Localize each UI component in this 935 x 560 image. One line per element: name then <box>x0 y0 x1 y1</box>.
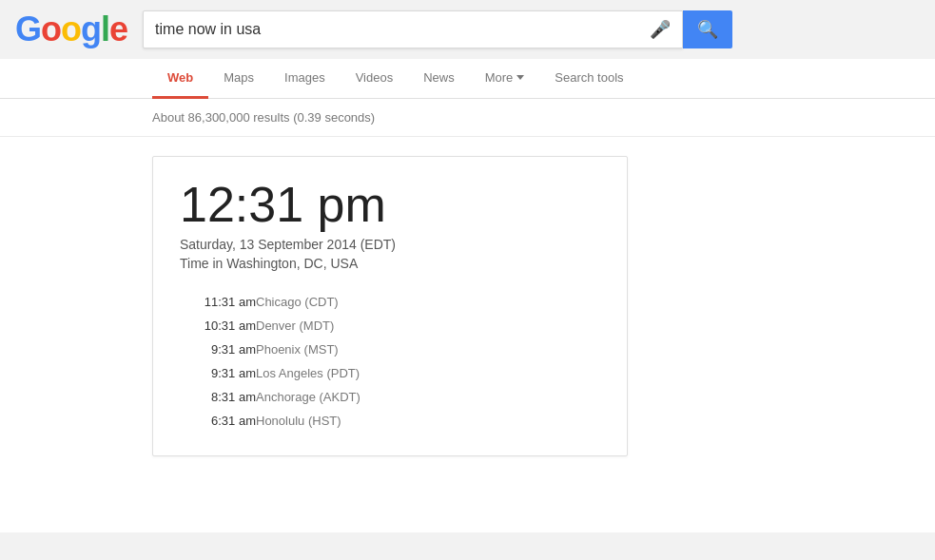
more-label: More <box>485 70 514 85</box>
logo-e: e <box>109 10 127 48</box>
table-row: 8:31 amAnchorage (AKDT) <box>180 385 600 409</box>
microphone-icon[interactable]: 🎤 <box>650 19 671 40</box>
nav-bar: Web Maps Images Videos News More Search … <box>0 59 935 99</box>
timezone-time: 11:31 am <box>180 290 256 314</box>
timezone-time: 8:31 am <box>180 385 256 409</box>
table-row: 9:31 amLos Angeles (PDT) <box>180 361 600 385</box>
logo-g1: G <box>15 10 41 48</box>
tab-more[interactable]: More <box>470 59 540 99</box>
table-row: 9:31 amPhoenix (MST) <box>180 338 600 361</box>
header: Google 🎤 🔍 <box>0 0 935 59</box>
tab-maps[interactable]: Maps <box>208 59 269 99</box>
timezone-time: 9:31 am <box>180 338 256 361</box>
logo-o1: o <box>41 10 61 48</box>
search-input-wrapper: 🎤 <box>143 10 683 48</box>
timezone-city: Chicago (CDT) <box>256 290 600 314</box>
timezone-time: 10:31 am <box>180 314 256 338</box>
table-row: 11:31 amChicago (CDT) <box>180 290 600 314</box>
location-display: Time in Washington, DC, USA <box>180 256 600 271</box>
tab-videos[interactable]: Videos <box>341 59 409 99</box>
logo-g2: g <box>81 10 101 48</box>
timezone-time: 6:31 am <box>180 409 256 433</box>
search-button[interactable]: 🔍 <box>683 10 732 48</box>
google-logo: Google <box>15 10 127 49</box>
results-info: About 86,300,000 results (0.39 seconds) <box>0 99 935 136</box>
table-row: 10:31 amDenver (MDT) <box>180 314 600 338</box>
timezone-city: Denver (MDT) <box>256 314 600 338</box>
timezone-time: 9:31 am <box>180 361 256 385</box>
results-area: About 86,300,000 results (0.39 seconds) … <box>0 99 935 532</box>
logo-l: l <box>101 10 109 48</box>
timezone-city: Phoenix (MST) <box>256 338 600 361</box>
tab-search-tools[interactable]: Search tools <box>539 59 638 99</box>
table-row: 6:31 amHonolulu (HST) <box>180 409 600 433</box>
timezone-city: Honolulu (HST) <box>256 409 600 433</box>
timezone-table: 11:31 amChicago (CDT)10:31 amDenver (MDT… <box>180 290 600 433</box>
timezone-city: Los Angeles (PDT) <box>256 361 600 385</box>
remaining-space <box>0 475 935 532</box>
date-display: Saturday, 13 September 2014 (EDT) <box>180 237 600 252</box>
search-input[interactable] <box>155 21 642 38</box>
logo-o2: o <box>61 10 81 48</box>
time-display: 12:31 pm <box>180 180 600 229</box>
tab-images[interactable]: Images <box>269 59 341 99</box>
tab-news[interactable]: News <box>408 59 470 99</box>
chevron-down-icon <box>516 75 524 80</box>
search-bar-container: 🎤 🔍 <box>143 10 732 48</box>
time-card-wrapper: 12:31 pm Saturday, 13 September 2014 (ED… <box>0 137 935 475</box>
timezone-city: Anchorage (AKDT) <box>256 385 600 409</box>
tab-web[interactable]: Web <box>152 59 208 99</box>
time-card: 12:31 pm Saturday, 13 September 2014 (ED… <box>152 156 628 456</box>
search-icon: 🔍 <box>697 19 718 40</box>
